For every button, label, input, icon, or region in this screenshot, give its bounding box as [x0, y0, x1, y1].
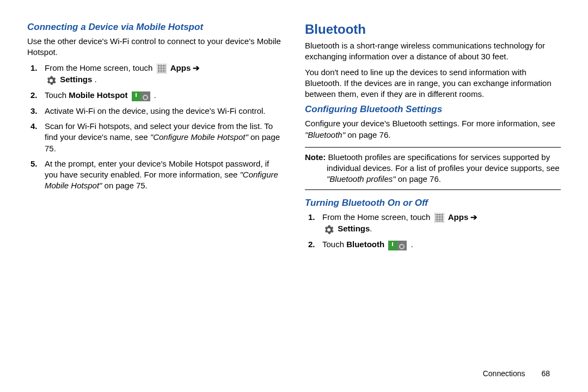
- settings-gear-icon: [46, 75, 56, 85]
- svg-rect-15: [164, 68, 166, 69]
- svg-rect-31: [436, 214, 437, 215]
- svg-rect-12: [160, 68, 161, 69]
- svg-rect-8: [161, 66, 162, 68]
- apps-grid-icon: [434, 212, 444, 223]
- bt-step-1: 1. From the Home screen, touch Apps ➔ Se…: [305, 212, 561, 235]
- svg-rect-2: [160, 65, 161, 66]
- svg-rect-18: [161, 70, 162, 71]
- svg-rect-43: [439, 217, 440, 218]
- svg-rect-58: [392, 242, 393, 246]
- svg-rect-20: [164, 70, 166, 71]
- svg-rect-38: [439, 216, 440, 217]
- svg-rect-7: [160, 66, 161, 68]
- hotspot-intro: Use the other device's Wi-Fi control to …: [27, 36, 283, 58]
- step-5: 5. At the prompt, enter your device's Mo…: [27, 158, 283, 192]
- svg-rect-36: [436, 216, 437, 217]
- svg-rect-41: [436, 217, 437, 218]
- bt-step-2: 2. Touch Bluetooth .: [305, 239, 561, 250]
- footer-page-number: 68: [541, 369, 550, 378]
- bt-turn-heading: Turning Bluetooth On or Off: [305, 198, 561, 209]
- svg-rect-48: [439, 219, 440, 220]
- hotspot-steps: 1. From the Home screen, touch Apps ➔ Se…: [27, 63, 283, 192]
- svg-rect-10: [164, 66, 166, 68]
- footer-section: Connections: [483, 369, 525, 378]
- svg-rect-53: [439, 220, 440, 222]
- svg-rect-5: [164, 65, 166, 66]
- settings-label: Settings: [338, 224, 370, 233]
- svg-rect-46: [436, 219, 437, 220]
- svg-rect-24: [163, 71, 164, 72]
- hotspot-heading: Connecting a Device via Mobile Hotspot: [27, 22, 283, 33]
- apps-grid-icon: [157, 63, 167, 74]
- svg-rect-44: [440, 217, 442, 218]
- bt-config-heading: Configuring Bluetooth Settings: [305, 104, 561, 115]
- svg-rect-1: [158, 65, 159, 66]
- step-2: 2. Touch Mobile Hotspot .: [27, 90, 283, 101]
- bluetooth-chapter-title: Bluetooth: [305, 22, 561, 37]
- left-column: Connecting a Device via Mobile Hotspot U…: [27, 22, 283, 381]
- bt-p1: Bluetooth is a short-range wireless comm…: [305, 40, 561, 63]
- svg-rect-19: [163, 70, 164, 71]
- svg-rect-40: [442, 216, 443, 217]
- right-column: Bluetooth Bluetooth is a short-range wir…: [305, 22, 561, 381]
- note-block: Note: Bluetooth profiles are specificati…: [305, 147, 561, 190]
- settings-gear-icon: [324, 224, 334, 235]
- svg-rect-52: [437, 220, 438, 222]
- svg-rect-21: [158, 71, 159, 72]
- svg-rect-16: [158, 70, 159, 71]
- svg-rect-17: [160, 70, 161, 71]
- svg-rect-55: [442, 220, 443, 222]
- settings-label: Settings: [60, 75, 92, 84]
- page-footer: Connections 68: [483, 369, 550, 378]
- arrow-icon: ➔: [193, 63, 200, 72]
- toggle-on-icon: [132, 90, 150, 101]
- bt-config-para: Configure your device's Bluetooth settin…: [305, 118, 561, 140]
- svg-rect-14: [163, 68, 164, 69]
- note-label: Note:: [305, 152, 326, 162]
- svg-rect-42: [437, 217, 438, 218]
- arrow-icon: ➔: [470, 212, 477, 222]
- bt-turn-steps: 1. From the Home screen, touch Apps ➔ Se…: [305, 212, 561, 250]
- svg-rect-13: [161, 68, 162, 69]
- svg-rect-49: [440, 219, 442, 220]
- svg-rect-6: [158, 66, 159, 68]
- svg-rect-28: [136, 93, 137, 97]
- svg-rect-39: [440, 216, 442, 217]
- svg-rect-25: [164, 71, 166, 72]
- svg-rect-11: [158, 68, 159, 69]
- step-1: 1. From the Home screen, touch Apps ➔ Se…: [27, 63, 283, 85]
- svg-rect-9: [163, 66, 164, 68]
- step-4: 4. Scan for Wi-Fi hotspots, and select y…: [27, 121, 283, 154]
- apps-label: Apps: [170, 63, 191, 72]
- svg-rect-34: [440, 214, 442, 215]
- svg-rect-23: [161, 71, 162, 72]
- svg-rect-47: [437, 219, 438, 220]
- svg-rect-37: [437, 216, 438, 217]
- svg-rect-22: [160, 71, 161, 72]
- svg-rect-33: [439, 214, 440, 215]
- svg-rect-54: [440, 220, 442, 222]
- bt-p2: You don't need to line up the devices to…: [305, 67, 561, 100]
- svg-rect-35: [442, 214, 443, 215]
- svg-rect-50: [442, 219, 443, 220]
- svg-rect-3: [161, 65, 162, 66]
- svg-rect-45: [442, 217, 443, 218]
- apps-label: Apps: [448, 212, 469, 222]
- toggle-on-icon: [388, 240, 407, 250]
- step-3: 3. Activate Wi-Fi on the device, using t…: [27, 106, 283, 117]
- svg-rect-4: [163, 65, 164, 66]
- svg-rect-32: [437, 214, 438, 215]
- svg-rect-51: [436, 220, 437, 222]
